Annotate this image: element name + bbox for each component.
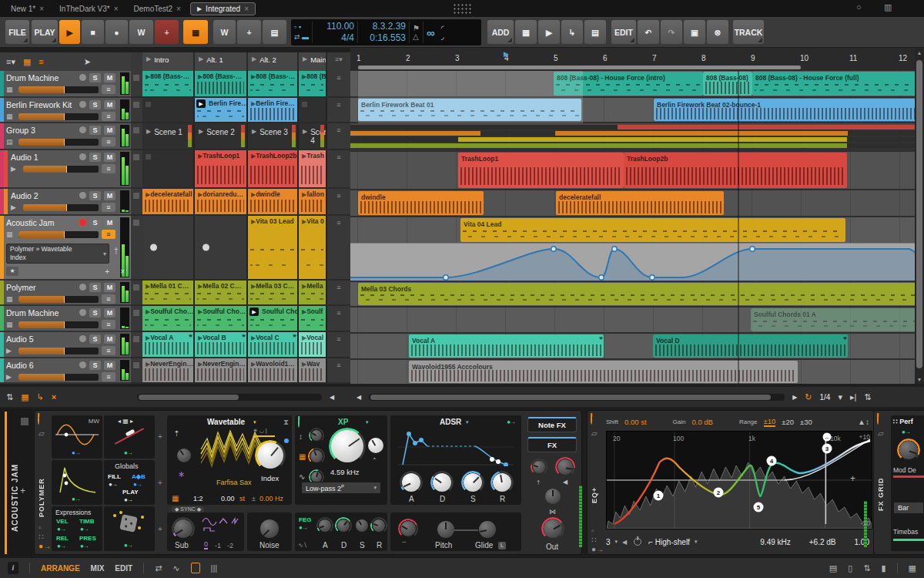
play-icon[interactable]: ▶	[252, 55, 256, 62]
scroll-down-icon[interactable]: ▼	[915, 377, 924, 382]
arranger-clip[interactable]: deceleratefall	[556, 191, 724, 215]
arranger-track-lane[interactable]: Berlin Firework Beat 01Berlin Firework B…	[350, 98, 915, 123]
metronome-icon[interactable]: △	[413, 32, 420, 41]
launcher-clip[interactable]: ▶808 (B	[299, 71, 326, 96]
arranger-clip[interactable]: 808 (Bass-08)	[703, 72, 752, 96]
position-display[interactable]: 8.3.2.39	[361, 21, 406, 32]
track-menu-button[interactable]: ≡	[102, 320, 116, 329]
project-tab[interactable]: New 1*×	[5, 2, 50, 15]
clip-slot[interactable]: ▶Mella	[299, 281, 327, 304]
browser-panel-icon[interactable]: ▤	[829, 563, 837, 573]
clip-slot[interactable]: ▶Trash	[299, 150, 327, 187]
mod-out-icon[interactable]: ●→	[133, 481, 142, 488]
fade-out-icon[interactable]: ◞	[441, 32, 444, 41]
clip-menu-icon[interactable]: ≡	[327, 123, 350, 149]
record-arm-button[interactable]	[79, 192, 86, 199]
track-height-icon[interactable]: ⇅	[6, 392, 13, 402]
launcher-clip[interactable]: ▶Mella 03 C…	[248, 281, 297, 304]
launcher-clip[interactable]: ▶Vocal B▾▾	[195, 332, 246, 357]
modulators-icon[interactable]: ∷	[38, 533, 43, 541]
launcher-clip[interactable]: ▶Soulf	[299, 306, 326, 331]
glide-legato-badge[interactable]: L	[498, 542, 506, 549]
clip-slot[interactable]: ▶Wav	[299, 358, 327, 382]
punch-icon[interactable]: ⚑	[413, 24, 420, 32]
device-power-button[interactable]	[877, 415, 879, 424]
launcher-automation-button[interactable]: W	[213, 20, 236, 44]
launcher-clip[interactable]: ▶dorianredu…	[195, 189, 246, 214]
play-icon[interactable]: ▶	[146, 55, 151, 62]
launcher-clip[interactable]: ▶deceleratefall	[142, 189, 193, 214]
play-button[interactable]: ▶	[59, 20, 80, 44]
timebase-bar[interactable]	[893, 539, 924, 541]
launcher-clip[interactable]: ▶Soulful Cho…	[195, 306, 246, 331]
track-row[interactable]: Acoustic JamSM▦≡Polymer » WavetableIndex…	[0, 216, 131, 281]
clip-slot[interactable]: ▶Vita 03 Lead	[248, 216, 299, 279]
favorite-button[interactable]: ★	[6, 267, 18, 276]
loop-toggle-icon[interactable]: ∞	[427, 26, 435, 39]
arranger-track-lane[interactable]: dwindledeceleratefall	[350, 190, 915, 217]
edit-menu-button[interactable]: EDIT	[611, 20, 636, 44]
clip-menu-icon[interactable]: ≡	[327, 189, 350, 214]
scroll-left-icon[interactable]: ◀	[357, 394, 361, 401]
feg-attack-knob[interactable]	[316, 517, 333, 534]
launcher-clip[interactable]: ▶Vocal C▾▾	[248, 332, 297, 357]
track-row[interactable]: Audio 2SM▶≡	[0, 189, 131, 216]
project-tab[interactable]: InTheDark V3*×	[53, 2, 124, 15]
vertical-scrollbar[interactable]: ▲ ▼	[915, 48, 924, 384]
scene-header[interactable]: ▶Alt. 2	[248, 52, 299, 71]
arranger-track-lane[interactable]: Soulful Chords 01 A	[350, 307, 915, 334]
launcher-clip[interactable]: ▶Mella 01 C…	[142, 281, 193, 304]
launcher-scrollbar[interactable]	[137, 394, 322, 401]
mod-out-icon[interactable]: ●→	[57, 543, 65, 549]
clip-slot[interactable]: ▶fallon	[299, 189, 327, 214]
group-scene-cell[interactable]: ▶Scene 2	[195, 123, 248, 149]
time-signature-display[interactable]: 4/4	[316, 32, 354, 44]
arrange-view-button[interactable]: ARRANGE	[41, 564, 80, 573]
keytrack-icon[interactable]: ▦	[172, 494, 179, 502]
mute-button[interactable]: M	[104, 334, 116, 344]
clip-slot[interactable]	[195, 216, 248, 279]
mod-out-icon[interactable]: ●→	[299, 524, 307, 531]
band-listen-icon[interactable]: ◀	[622, 539, 627, 546]
oscillator-title[interactable]: Wavetable	[207, 418, 245, 426]
mod-keytrack-cell[interactable]: ◂ ▦ ▸ ●→	[104, 415, 155, 459]
pitch-knob[interactable]	[435, 519, 457, 540]
add-device-button[interactable]: +	[850, 473, 855, 484]
release-knob[interactable]	[490, 471, 514, 494]
clip-slot[interactable]: ▶Soulf	[299, 306, 327, 331]
spread-knob[interactable]	[543, 486, 563, 506]
arranger-clip[interactable]: Berlin Firework Beat 02-bounce-1	[654, 99, 915, 121]
arranger-clip[interactable]: Wavoloid1955 Acccolours	[409, 361, 798, 383]
track-row[interactable]: PolymerSM▦≡	[0, 281, 131, 306]
decay-knob[interactable]	[430, 471, 454, 494]
sustain-knob[interactable]	[461, 471, 484, 494]
record-arm-button[interactable]	[79, 284, 86, 291]
preset-folder-icon[interactable]: ▱	[878, 429, 884, 438]
fill-label[interactable]: FILL	[108, 473, 121, 480]
eq-band-1-handle[interactable]: 1	[654, 491, 664, 501]
launcher-clip[interactable]: ▶808 (Bass-…	[195, 71, 246, 96]
track-stop-button[interactable]	[131, 306, 142, 331]
band-frequency[interactable]: 9.49 kHz	[760, 538, 790, 546]
mod-out-icon[interactable]: ●→	[124, 496, 132, 503]
arranger-scrollbar[interactable]	[369, 394, 785, 401]
arranger-track-lane[interactable]: TrashLoop1TrashLoop2b	[350, 152, 915, 190]
record-arm-button[interactable]	[79, 361, 86, 368]
launcher-clip[interactable]: ▶Soulful Cho…	[248, 306, 297, 331]
attack-knob[interactable]	[400, 471, 423, 494]
clip-slot[interactable]: ▶Berlin Fire…	[195, 98, 248, 122]
snap-grid-value[interactable]: 1/4	[820, 393, 831, 402]
solo-button[interactable]: S	[89, 153, 101, 162]
volume-fader[interactable]	[18, 348, 99, 355]
eq-band-3-handle[interactable]: 3	[822, 444, 832, 454]
remote-controls-icon[interactable]: ▫	[591, 526, 594, 535]
feg-release-knob[interactable]	[370, 517, 387, 534]
ab-label[interactable]: A◆B	[132, 473, 146, 480]
launcher-clip[interactable]: ▶NeverEngin…	[142, 358, 193, 382]
vel-label[interactable]: VEL	[56, 518, 69, 525]
bar-dropdown[interactable]: Bar	[893, 502, 924, 514]
mute-button[interactable]: M	[104, 218, 116, 227]
launcher-clip[interactable]: ▶808 (Bass-…	[248, 71, 297, 96]
track-row[interactable]: Audio 1SM▶≡	[0, 150, 131, 189]
dual-panel-icon[interactable]: ⇄	[155, 563, 162, 573]
